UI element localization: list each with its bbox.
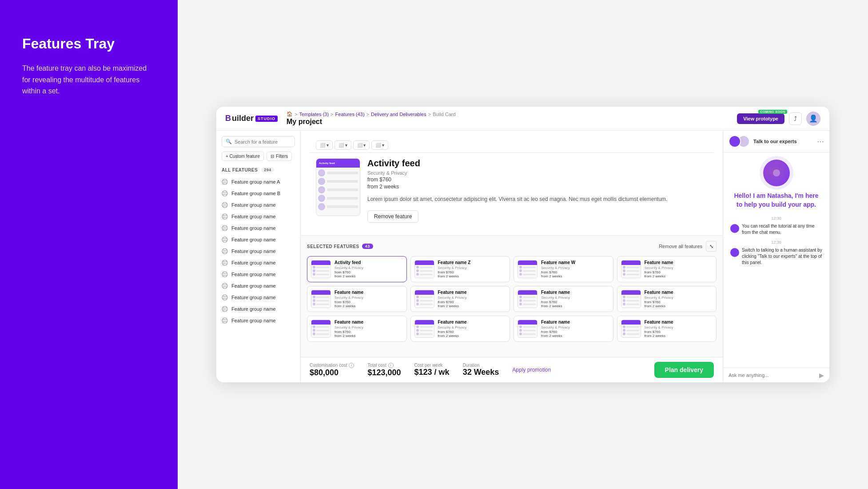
sidebar-item-2[interactable]: Feature group name xyxy=(216,199,300,211)
card-name-4: Feature name xyxy=(334,290,403,295)
page-description: The feature tray can also be maximized f… xyxy=(22,63,155,97)
customisation-cost: Customisation cost i $80,000 xyxy=(310,363,354,377)
svg-point-20 xyxy=(226,205,227,206)
feature-card-9[interactable]: Feature name Security & Privacy from $76… xyxy=(410,316,510,342)
expand-button[interactable]: ⤡ xyxy=(706,241,717,252)
feature-card-11[interactable]: Feature name Security & Privacy from $76… xyxy=(617,316,717,342)
svg-point-58 xyxy=(224,273,225,274)
sidebar-item-label: Feature group name xyxy=(231,237,276,242)
sidebar-item-label: Feature group name xyxy=(231,295,276,300)
feature-card-6[interactable]: Feature name Security & Privacy from $76… xyxy=(514,286,613,312)
feature-group-icon xyxy=(222,248,228,254)
feature-card-5[interactable]: Feature name Security & Privacy from $76… xyxy=(410,286,510,312)
search-input[interactable] xyxy=(235,139,296,144)
svg-point-22 xyxy=(223,215,224,216)
all-features-label: ALL FEATURES 294 xyxy=(216,165,300,176)
chat-msg-text-0: You can recall the tutorial at any time … xyxy=(742,223,822,236)
sidebar-item-5[interactable]: Feature group name xyxy=(216,234,300,245)
plan-delivery-button[interactable]: Plan delivery xyxy=(654,362,714,378)
apply-promotion-button[interactable]: Apply promotion xyxy=(512,367,551,373)
feature-card-3[interactable]: Feature name Security & Privacy from $76… xyxy=(617,256,717,282)
card-duration-8: from 2 weeks xyxy=(334,334,403,338)
svg-point-90 xyxy=(226,321,227,322)
chat-msg-1: Switch to talking to a human assistant b… xyxy=(730,247,822,266)
search-bar: 🔍 xyxy=(216,136,300,152)
chat-input[interactable] xyxy=(729,373,816,378)
card-preview-3 xyxy=(621,260,641,278)
svg-point-85 xyxy=(223,319,224,320)
sidebar-item-6[interactable]: Feature group name xyxy=(216,245,300,257)
search-input-wrap[interactable]: 🔍 xyxy=(222,136,295,147)
sidebar-item-label: Feature group name xyxy=(231,260,276,265)
feature-card-10[interactable]: Feature name Security & Privacy from $76… xyxy=(514,316,613,342)
svg-point-45 xyxy=(226,250,227,251)
svg-point-56 xyxy=(222,272,227,277)
svg-point-30 xyxy=(224,227,225,228)
svg-point-28 xyxy=(222,225,227,231)
feature-cards-grid: Activity feed Security & Privacy from $7… xyxy=(307,256,717,342)
chat-messages: 12:30 You can recall the tutorial at any… xyxy=(730,216,822,266)
filter-button[interactable]: ⊟ Filters xyxy=(267,152,292,161)
sidebar-item-10[interactable]: Feature group name xyxy=(216,292,300,303)
sidebar-item-7[interactable]: Feature group name xyxy=(216,257,300,269)
share-button[interactable]: ⤴ xyxy=(789,112,802,125)
feature-group-icon xyxy=(222,317,228,324)
card-tag-6: Security & Privacy xyxy=(541,296,609,300)
feature-group-icon xyxy=(222,225,228,231)
feature-card-4[interactable]: Feature name Security & Privacy from $76… xyxy=(307,286,407,312)
feature-card-8[interactable]: Feature name Security & Privacy from $76… xyxy=(307,316,407,342)
chat-menu-button[interactable]: ⋯ xyxy=(817,137,824,146)
sidebar-item-1[interactable]: Feature group name B xyxy=(216,188,300,199)
customisation-info-icon[interactable]: i xyxy=(349,363,354,368)
sidebar-item-9[interactable]: Feature group name xyxy=(216,280,300,292)
tool-button-1[interactable]: ⬜ ▾ xyxy=(316,140,333,150)
tool-button-2[interactable]: ⬜ ▾ xyxy=(334,140,351,150)
feature-group-icon xyxy=(222,190,228,196)
card-preview-5 xyxy=(414,290,434,308)
chat-message-group-0: 12:30 You can recall the tutorial at any… xyxy=(730,216,822,236)
svg-point-80 xyxy=(226,308,227,309)
tool-button-3[interactable]: ⬜ ▾ xyxy=(353,140,370,150)
sidebar-actions: + Custom feature ⊟ Filters xyxy=(216,152,300,165)
top-bar-center: 🏠 > Templates (3) > Features (43) > Deli… xyxy=(278,111,737,126)
card-price-9: from $760 xyxy=(438,330,506,334)
svg-point-34 xyxy=(226,228,227,229)
sidebar-item-0[interactable]: Feature group name A xyxy=(216,176,300,188)
svg-point-15 xyxy=(223,204,224,204)
center-content: ⬜ ▾ ⬜ ▾ ⬜ ▾ ⬜ ▾ Activity feed xyxy=(301,131,723,382)
feature-group-icon xyxy=(222,202,228,208)
svg-point-5 xyxy=(224,182,225,183)
feature-title: Activity feed xyxy=(367,158,708,168)
sidebar-item-3[interactable]: Feature group name xyxy=(216,211,300,222)
feature-detail: ⬜ ▾ ⬜ ▾ ⬜ ▾ ⬜ ▾ Activity feed xyxy=(301,131,723,236)
total-info-icon[interactable]: i xyxy=(388,363,394,368)
feature-card-1[interactable]: Feature name Z Security & Privacy from $… xyxy=(410,256,510,282)
tool-button-4[interactable]: ⬜ ▾ xyxy=(371,140,388,150)
feature-card-0[interactable]: Activity feed Security & Privacy from $7… xyxy=(307,256,407,282)
feature-card-7[interactable]: Feature name Security & Privacy from $76… xyxy=(617,286,717,312)
svg-point-26 xyxy=(224,217,225,218)
svg-point-63 xyxy=(222,283,227,289)
user-avatar-button[interactable]: 👤 xyxy=(806,112,820,126)
card-price-0: from $760 xyxy=(334,270,403,274)
chat-send-button[interactable]: ▶ xyxy=(819,372,824,379)
sidebar-item-12[interactable]: Feature group name xyxy=(216,315,300,326)
card-name-1: Feature name Z xyxy=(438,260,506,265)
remove-feature-button[interactable]: Remove feature xyxy=(367,210,418,223)
view-prototype-button[interactable]: View prototype COMING SOON xyxy=(737,113,784,124)
coming-soon-badge: COMING SOON xyxy=(758,110,787,114)
sidebar-item-8[interactable]: Feature group name xyxy=(216,269,300,280)
sidebar-item-11[interactable]: Feature group name xyxy=(216,303,300,315)
svg-point-4 xyxy=(223,182,224,183)
chat-msg-text-1: Switch to talking to a human assistant b… xyxy=(742,247,822,266)
feature-card-2[interactable]: Feature name W Security & Privacy from $… xyxy=(514,256,613,282)
card-duration-10: from 2 weeks xyxy=(541,334,609,338)
svg-point-78 xyxy=(223,308,224,309)
card-preview-8 xyxy=(311,320,331,338)
card-preview-1 xyxy=(414,260,434,278)
sidebar-item-4[interactable]: Feature group name xyxy=(216,222,300,234)
remove-all-button[interactable]: Remove all features xyxy=(659,244,702,249)
svg-point-61 xyxy=(224,275,225,276)
custom-feature-button[interactable]: + Custom feature xyxy=(222,152,264,161)
card-price-8: from $760 xyxy=(334,330,403,334)
